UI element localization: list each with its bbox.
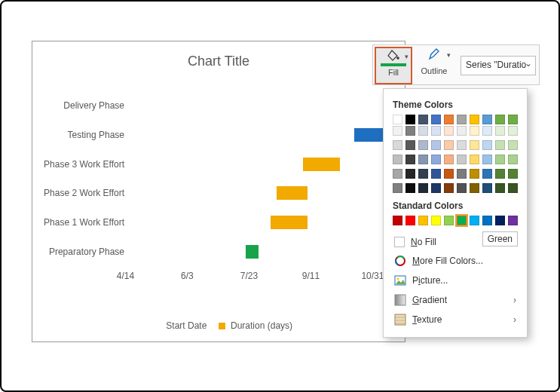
- chart-container[interactable]: Chart Title Delivery Phase Testing Phase…: [32, 41, 405, 342]
- color-swatch[interactable]: [495, 140, 505, 150]
- color-swatch[interactable]: [418, 126, 428, 136]
- color-wheel-icon: [394, 255, 406, 267]
- legend-swatch-duration: [219, 323, 225, 329]
- color-swatch[interactable]: [418, 216, 428, 225]
- color-swatch[interactable]: [405, 216, 415, 225]
- chart-title[interactable]: Chart Title: [32, 41, 405, 77]
- color-swatch[interactable]: [418, 115, 428, 124]
- color-swatch[interactable]: [431, 183, 441, 193]
- color-swatch[interactable]: [457, 155, 467, 164]
- more-fill-colors-item[interactable]: More Fill Colors...: [393, 251, 518, 271]
- color-swatch[interactable]: [457, 169, 467, 179]
- color-swatch[interactable]: [495, 169, 505, 179]
- color-swatch[interactable]: [444, 155, 454, 164]
- color-swatch[interactable]: [405, 126, 415, 136]
- color-swatch[interactable]: [444, 183, 454, 193]
- color-swatch[interactable]: [470, 183, 479, 193]
- legend-label: Duration (days): [231, 320, 292, 331]
- texture-fill-item[interactable]: Texture ›: [393, 310, 518, 329]
- color-swatch[interactable]: [470, 115, 479, 124]
- color-swatch[interactable]: [405, 155, 415, 164]
- color-swatch[interactable]: [444, 216, 454, 225]
- color-swatch[interactable]: [508, 169, 518, 179]
- color-swatch[interactable]: [508, 115, 518, 124]
- color-swatch[interactable]: [508, 216, 518, 225]
- color-swatch[interactable]: [470, 126, 479, 136]
- color-swatch[interactable]: [482, 169, 492, 179]
- outline-button-label: Outline: [415, 66, 453, 75]
- color-swatch[interactable]: [495, 115, 505, 124]
- color-swatch[interactable]: [470, 216, 479, 225]
- color-swatch[interactable]: [431, 216, 441, 225]
- picture-icon: [394, 274, 406, 286]
- gradient-fill-item[interactable]: Gradient ›: [393, 290, 518, 310]
- svg-rect-6: [395, 295, 405, 305]
- color-swatch[interactable]: [431, 155, 441, 164]
- color-swatch[interactable]: [495, 216, 505, 225]
- color-swatch[interactable]: [470, 169, 479, 179]
- bar-phase3[interactable]: [303, 158, 340, 171]
- color-swatch[interactable]: [457, 126, 467, 136]
- color-swatch[interactable]: [431, 169, 441, 179]
- y-category-label: Phase 2 Work Effort: [44, 188, 124, 198]
- color-swatch[interactable]: [444, 126, 454, 136]
- legend-swatch-start: [154, 323, 161, 329]
- color-swatch[interactable]: [393, 169, 402, 179]
- outline-button[interactable]: Outline ▾: [415, 47, 453, 84]
- color-swatch[interactable]: [431, 115, 441, 124]
- color-swatch[interactable]: [495, 155, 505, 164]
- color-swatch[interactable]: [470, 155, 479, 164]
- color-swatch[interactable]: [495, 183, 505, 193]
- color-swatch[interactable]: [482, 126, 492, 136]
- color-swatch[interactable]: [393, 183, 402, 193]
- color-swatch[interactable]: [482, 140, 492, 150]
- color-swatch[interactable]: [418, 183, 428, 193]
- series-selector[interactable]: Series "Duratio: [461, 56, 536, 75]
- color-swatch[interactable]: [482, 183, 492, 193]
- fill-button-label: Fill: [376, 68, 411, 77]
- chevron-right-icon: ›: [513, 314, 516, 325]
- x-tick-label: 4/14: [117, 271, 134, 281]
- color-swatch[interactable]: [457, 140, 467, 150]
- color-swatch[interactable]: [393, 216, 402, 225]
- color-swatch[interactable]: [444, 169, 454, 179]
- color-swatch[interactable]: [405, 183, 415, 193]
- bar-phase2[interactable]: [277, 186, 308, 200]
- color-swatch[interactable]: [431, 140, 441, 150]
- color-swatch[interactable]: [418, 155, 428, 164]
- svg-point-0: [396, 57, 399, 60]
- color-swatch[interactable]: [418, 169, 428, 179]
- color-swatch[interactable]: [508, 155, 518, 164]
- color-swatch[interactable]: [444, 140, 454, 150]
- color-tooltip: Green: [482, 231, 518, 247]
- bar-preparatory[interactable]: [246, 245, 258, 259]
- color-swatch[interactable]: [482, 216, 492, 225]
- color-swatch[interactable]: [405, 140, 415, 150]
- color-swatch[interactable]: [508, 126, 518, 136]
- color-swatch[interactable]: [508, 183, 518, 193]
- color-swatch[interactable]: [418, 140, 428, 150]
- color-swatch[interactable]: [482, 155, 492, 164]
- color-swatch[interactable]: [393, 155, 402, 164]
- chart-legend[interactable]: Start Date Duration (days): [32, 320, 405, 331]
- color-swatch[interactable]: [393, 140, 402, 150]
- color-swatch[interactable]: [508, 140, 518, 150]
- color-swatch[interactable]: [393, 126, 402, 136]
- color-swatch[interactable]: [405, 115, 415, 124]
- color-swatch[interactable]: [393, 115, 402, 124]
- theme-colors-heading: Theme Colors: [393, 100, 518, 110]
- fill-button[interactable]: Fill ▾: [375, 47, 412, 84]
- no-fill-item[interactable]: No Fill Green: [393, 233, 518, 251]
- color-swatch[interactable]: [444, 115, 454, 124]
- color-swatch[interactable]: [482, 115, 492, 124]
- bar-phase1[interactable]: [271, 216, 308, 229]
- color-swatch[interactable]: [457, 216, 467, 225]
- color-swatch[interactable]: [457, 115, 467, 124]
- picture-label: P: [412, 275, 418, 286]
- color-swatch[interactable]: [405, 169, 415, 179]
- color-swatch[interactable]: [470, 140, 479, 150]
- color-swatch[interactable]: [495, 126, 505, 136]
- color-swatch[interactable]: [431, 126, 441, 136]
- color-swatch[interactable]: [457, 183, 467, 193]
- picture-fill-item[interactable]: Picture...: [393, 271, 518, 290]
